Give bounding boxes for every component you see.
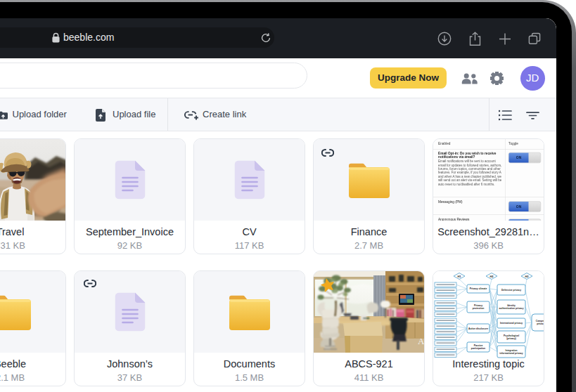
svg-text:International privacy: International privacy [500, 322, 523, 325]
svg-text:H3: H3 [525, 275, 529, 278]
svg-text:participation: participation [471, 347, 485, 350]
svg-text:H1: H1 [457, 275, 461, 278]
svg-text:(privacy): (privacy) [506, 337, 516, 340]
svg-text:privac: privac [537, 322, 544, 325]
svg-text:Defensive privacy: Defensive privacy [501, 289, 521, 292]
svg-text:informational privacy: informational privacy [499, 352, 523, 355]
svg-text:H2: H2 [489, 275, 494, 278]
svg-text:Active disclosure: Active disclosure [468, 327, 488, 330]
svg-text:protection: protection [473, 307, 485, 310]
svg-text:Privacy climate: Privacy climate [470, 287, 487, 290]
svg-text:A: A [418, 336, 424, 346]
svg-text:authentication privacy: authentication privacy [499, 307, 524, 310]
